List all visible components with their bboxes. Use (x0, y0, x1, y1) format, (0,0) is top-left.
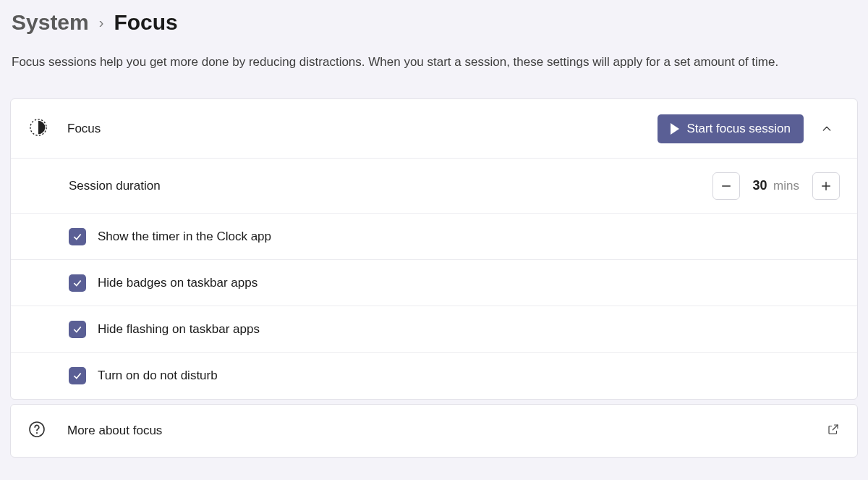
focus-header-row[interactable]: Focus Start focus session (11, 99, 857, 159)
focus-title: Focus (67, 122, 658, 136)
checkbox-dnd[interactable] (69, 367, 86, 384)
play-icon (671, 123, 679, 135)
more-about-focus-card[interactable]: More about focus (10, 404, 858, 458)
breadcrumb: System › Focus (12, 10, 858, 35)
breadcrumb-current: Focus (114, 10, 177, 35)
option-label: Hide badges on taskbar apps (98, 276, 258, 290)
help-icon (28, 421, 46, 441)
option-label: Turn on do not disturb (98, 369, 218, 383)
option-do-not-disturb[interactable]: Turn on do not disturb (11, 353, 857, 399)
start-focus-button[interactable]: Start focus session (658, 114, 804, 143)
decrease-duration-button[interactable] (712, 172, 740, 200)
start-focus-label: Start focus session (686, 122, 791, 136)
breadcrumb-parent[interactable]: System (12, 10, 89, 35)
option-hide-flashing[interactable]: Hide flashing on taskbar apps (11, 306, 857, 353)
checkbox-hide-badges[interactable] (69, 274, 86, 292)
chevron-right-icon: › (99, 14, 104, 31)
svg-point-5 (36, 432, 38, 434)
checkbox-hide-flashing[interactable] (69, 321, 86, 338)
external-link-icon (827, 423, 840, 439)
session-duration-row: Session duration 30 mins (11, 159, 857, 214)
duration-value: 30 (753, 178, 767, 193)
increase-duration-button[interactable] (812, 172, 840, 200)
option-label: Hide flashing on taskbar apps (98, 322, 260, 337)
option-show-timer[interactable]: Show the timer in the Clock app (11, 214, 857, 260)
focus-icon (28, 117, 48, 140)
duration-stepper: 30 mins (712, 172, 840, 200)
option-hide-badges[interactable]: Hide badges on taskbar apps (11, 260, 857, 306)
svg-line-6 (833, 425, 838, 430)
session-duration-label: Session duration (69, 179, 712, 193)
focus-panel: Focus Start focus session Session durati… (10, 98, 858, 400)
checkbox-show-timer[interactable] (69, 228, 86, 245)
collapse-button[interactable] (814, 116, 840, 142)
option-label: Show the timer in the Clock app (98, 230, 271, 244)
page-description: Focus sessions help you get more done by… (12, 55, 858, 70)
more-about-focus-label: More about focus (67, 424, 827, 438)
duration-unit: mins (773, 179, 799, 193)
